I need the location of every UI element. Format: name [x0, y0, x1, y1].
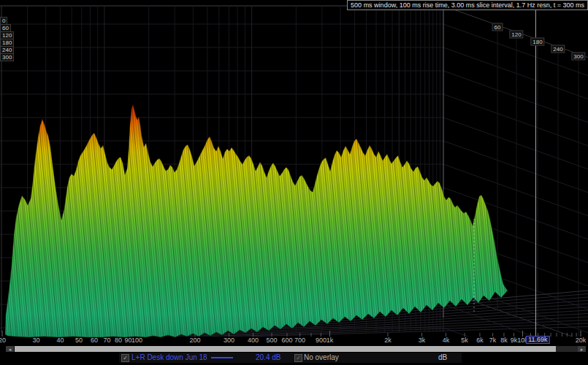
freq-tick-label: 60 — [91, 337, 98, 344]
measurement-name[interactable]: L+R Desk down Jun 18 — [131, 353, 207, 361]
time-tick-label-right: 180 — [530, 38, 544, 46]
cursor-frequency-readout: 11.69k — [526, 336, 549, 344]
freq-tick-label: 5k — [461, 337, 468, 344]
freq-tick-label: 6k — [476, 337, 484, 344]
freq-tick-label: 7k — [489, 337, 497, 344]
freq-tick-label: 2k — [384, 337, 392, 344]
frequency-axis: 2030405060708090100200300400500600700900… — [0, 337, 588, 345]
freq-tick-label: 700 — [294, 337, 305, 344]
freq-tick-label: 3k — [419, 337, 426, 344]
waterfall-ridge-texture — [0, 0, 588, 345]
freq-tick-label: 500 — [267, 337, 278, 344]
wall-db-gridline — [443, 141, 588, 193]
rew-waterfall-window: 500 ms window, 100 ms rise time, 3.00 ms… — [0, 0, 588, 365]
freq-tick-label: 600 — [281, 337, 292, 344]
freq-tick-label: 20 — [0, 337, 6, 344]
no-overlay-checkbox[interactable]: ✓ — [294, 354, 302, 362]
measurement-checkbox[interactable]: ✓ — [121, 354, 129, 362]
time-tick-label-right: 300 — [571, 53, 585, 61]
wall-db-gridline — [443, 164, 588, 216]
freq-tick-label: 50 — [75, 337, 83, 344]
wall-db-gridline — [443, 94, 588, 146]
wall-db-gridline — [443, 47, 588, 99]
freq-tick-label: 400 — [248, 337, 259, 344]
time-tick-label-right: 240 — [551, 45, 565, 53]
legend-strip: ✓ L+R Desk down Jun 18 20.4 dB ✓ No over… — [119, 353, 462, 363]
time-tick-label-right: 120 — [509, 31, 523, 39]
freq-tick-label: 90 — [124, 337, 131, 344]
freq-tick-label: 900 — [316, 337, 327, 344]
wall-db-gridline — [443, 118, 588, 169]
freq-tick-label: 4k — [443, 337, 450, 344]
time-tick-label-right: 60 — [492, 23, 503, 31]
freq-tick-label: 80 — [115, 337, 122, 344]
freq-tick-label: 300 — [224, 337, 234, 344]
freq-tick-label: 70 — [104, 337, 111, 344]
analysis-settings-readout: 500 ms window, 100 ms rise time, 3.00 ms… — [347, 0, 588, 10]
no-overlay-label: No overlay — [304, 353, 339, 361]
waterfall-plot-area[interactable]: 500 ms window, 100 ms rise time, 3.00 ms… — [0, 0, 588, 345]
freq-tick-label: 40 — [56, 337, 64, 344]
freq-tick-label: 30 — [32, 337, 39, 344]
cursor-level-readout: 20.4 dB — [256, 353, 280, 361]
legend-line-sample — [211, 357, 233, 358]
level-unit-label: dB — [438, 353, 447, 361]
freq-tick-label: 8k — [500, 337, 508, 344]
waterfall-chart[interactable] — [0, 0, 588, 345]
wall-db-gridline — [443, 71, 588, 123]
freq-tick-label: 200 — [189, 337, 200, 344]
freq-tick-label: 1k — [327, 337, 334, 344]
time-tick-label-left: 300 — [0, 53, 14, 61]
status-legend-bar: ✓ L+R Desk down Jun 18 20.4 dB ✓ No over… — [0, 352, 588, 365]
freq-tick-label: 100 — [131, 337, 142, 344]
scrollbar-thumb[interactable] — [15, 346, 556, 352]
freq-tick-label: 9k — [511, 337, 518, 344]
freq-tick-label: 20k — [576, 337, 587, 344]
scrollbar-track[interactable] — [556, 346, 578, 352]
